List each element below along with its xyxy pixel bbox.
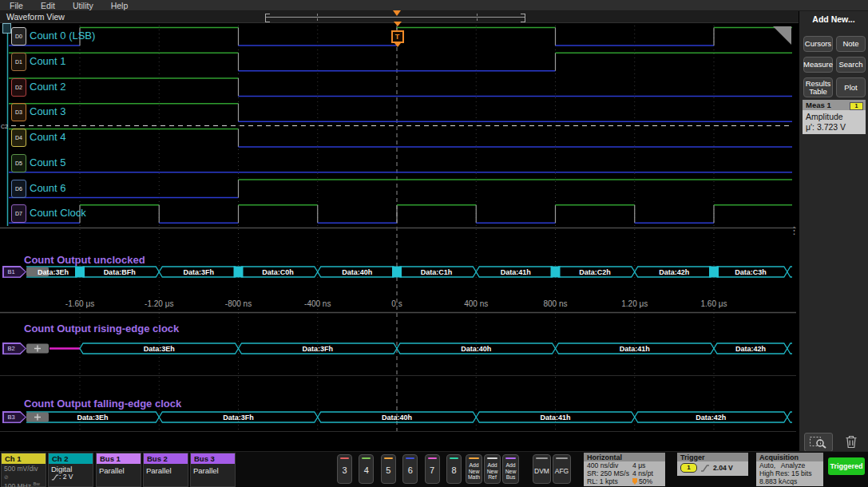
trash-icon [844,434,858,449]
add-new-cursors-button[interactable]: Cursors [803,36,833,52]
channel-badge-bus1[interactable]: Bus 1 Parallel [96,453,141,487]
digital-channel-label-D4[interactable]: Count 4 [30,131,66,143]
digital-waveforms[interactable] [9,28,792,224]
svg-text:Data:BFh: Data:BFh [104,268,136,276]
menu-item-help[interactable]: Help [111,1,129,10]
digital-channel-badge-D5[interactable]: D5 [11,154,26,172]
timeline-label: -400 ns [290,299,346,308]
digital-channel-badge-D0[interactable]: D0 [11,27,26,46]
add-new-plot-button[interactable]: Plot [836,77,866,97]
channel-badge-bus3[interactable]: Bus 3 Parallel [190,453,236,487]
add-new-math-button[interactable]: AddNewMath [466,454,482,484]
svg-text:Data:3Eh: Data:3Eh [77,414,109,422]
digital-channel-label-D7[interactable]: Count Clock [30,207,86,219]
rising-edge-icon [51,473,59,481]
digital-channel-badge-D4[interactable]: D4 [11,129,26,147]
add-new-ref-button[interactable]: AddNewRef [484,454,501,484]
add-button-color-strip [469,457,479,459]
digital-channel-badge-D7[interactable]: D7 [11,204,26,223]
bus-badge-B2[interactable]: B2 [2,342,26,354]
trigger-status-button[interactable]: Triggered [828,457,865,475]
bus-title-B3[interactable]: Count Output falling-edge clock [24,398,181,410]
digital-channel-label-D5[interactable]: Count 5 [30,156,66,168]
add-new-measure-button[interactable]: Measure [803,57,833,73]
menu-item-edit[interactable]: Edit [41,1,55,10]
add-new-search-button[interactable]: Search [836,57,866,73]
bus-badge-B1[interactable]: B1 [2,266,26,278]
trigger-indicator-flag[interactable]: T [390,22,404,50]
right-panel: Add New... CursorsNoteMeasureSearchResul… [799,11,868,451]
trigger-flag-T: T [391,30,404,43]
timeline-label: 0 s [369,299,425,308]
bus-title-B2[interactable]: Count Output rising-edge clock [24,323,179,335]
channel-color-strip [384,457,393,459]
svg-text:Data:3Eh: Data:3Eh [38,268,69,276]
digital-channel-badge-D1[interactable]: D1 [11,53,26,71]
acquisition-panel[interactable]: AcquisitionAuto, AnalyzeHigh Res: 15 bit… [756,453,823,486]
channel-button-3[interactable]: 3 [337,454,352,484]
channel-badge-ch2[interactable]: Ch 2 Digital : 2 V [48,453,93,487]
channel-button-7[interactable]: 7 [425,454,440,484]
measurement-name: Meas 1 [806,101,831,109]
bus-waveform-B3[interactable]: Data:3EhData:3FhData:40hData:41hData:42h [26,412,792,422]
bus-title-B1[interactable]: Count Output unclocked [24,254,145,266]
threshold-readout: : 2 V [51,473,90,481]
channel-badge-bus2[interactable]: Bus 2 Parallel [143,453,188,487]
acquisition-panel-title: Acquisition [756,453,823,461]
channel-button-6[interactable]: 6 [402,454,418,484]
digital-channel-badge-D2[interactable]: D2 [11,78,26,97]
svg-text:Data:3Fh: Data:3Fh [302,345,333,353]
zoom-select-button[interactable] [804,433,833,452]
vdiv-readout: 500 mV/div [4,465,43,473]
channel-button-5[interactable]: 5 [381,454,396,484]
digital-channel-label-D1[interactable]: Count 1 [30,55,66,67]
channel-badge-header: Bus 2 [144,453,188,464]
horizontal-row: 400 ns/div 4 μs [584,461,665,469]
channel-badge-body: Digital : 2 V [49,464,93,483]
bus-waveform-B2[interactable]: Data:3EhData:3FhData:40hData:41hData:42h [26,343,792,354]
slider-tick [317,14,318,21]
dvm-button[interactable]: DVM [533,454,551,484]
measurement-card-meas1[interactable]: Meas 1 1 Amplitude μ': 3.723 V [803,100,866,134]
bus-badge-B3[interactable]: B3 [2,411,26,423]
timeline-label: 1.20 μs [607,299,663,308]
trigger-settings-row: 1 2.04 V [677,461,748,473]
channel-badge-header: Ch 1 [2,453,46,464]
tab-waveform-view[interactable]: Waveform View [6,12,65,22]
bus-waveform-B1[interactable]: Data:3EhData:BFhData:3FhData:C0hData:40h… [26,267,792,278]
digital-group-handle[interactable] [2,23,11,34]
add-new-results-table-button[interactable]: Results Table [803,77,833,97]
waveform-plot[interactable]: C2Data:3EhData:BFhData:3FhData:C0hData:4… [0,22,797,451]
ch2-threshold-label: C2 [1,124,8,129]
ref-point-icon [632,478,637,485]
channel-button-4[interactable]: 4 [359,454,374,484]
digital-channel-label-D6[interactable]: Count 6 [30,182,66,194]
menu-item-utility[interactable]: Utility [73,1,93,10]
svg-text:Data:C3h: Data:C3h [735,268,767,276]
svg-text:Data:3Eh: Data:3Eh [144,345,175,353]
trigger-source-badge: 1 [680,463,697,473]
add-new-bus-button[interactable]: AddNewBus [502,454,519,484]
digital-channel-label-D2[interactable]: Count 2 [30,81,66,93]
trigger-position-marker-icon[interactable] [393,10,401,20]
menu-item-file[interactable]: File [10,1,23,10]
channel-button-8[interactable]: 8 [446,454,462,484]
trigger-panel[interactable]: Trigger 1 2.04 V [677,453,748,476]
digital-channel-badge-D6[interactable]: D6 [11,180,26,198]
trigger-level: 2.04 V [713,464,733,472]
afg-button[interactable]: AFG [553,454,571,484]
horizontal-panel[interactable]: Horizontal 400 ns/div 4 μs SR: 250 MS/s … [584,453,665,486]
channel-badge-ch1[interactable]: Ch 1 500 mV/div ⊘ 100 MHz Bw [1,453,46,487]
add-new-note-button[interactable]: Note [836,36,866,52]
acquisition-row: 8.883 kAcqs [756,477,823,485]
svg-text:Data:3Fh: Data:3Fh [223,414,254,422]
digital-channel-label-D0[interactable]: Count 0 (LSB) [30,30,95,42]
add-button-color-strip [505,457,516,459]
digital-channel-badge-D3[interactable]: D3 [11,103,26,121]
timeline-label: 800 ns [528,299,584,308]
trash-button[interactable] [841,434,862,450]
corner-tool-triangle[interactable] [773,26,791,45]
acquisition-row: Auto, Analyze [756,461,823,469]
digital-channel-label-D3[interactable]: Count 3 [30,105,66,117]
horizontal-row: SR: 250 MS/s 4 ns/pt [584,469,665,477]
